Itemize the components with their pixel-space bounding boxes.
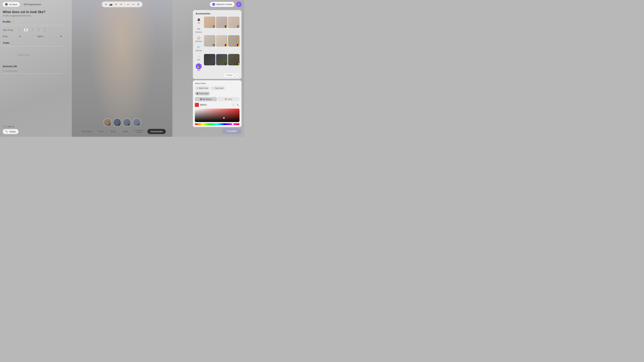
my-texture-tab[interactable]: 🖼 My Texture [195,97,217,101]
main-color-dot [196,87,198,89]
studio-label: Studio [10,130,16,133]
svg-point-0 [19,28,20,29]
color-parts-row-2: Point Color [195,92,240,95]
question-subtitle: Create an appearance for zoi in. [3,14,63,17]
user-avatar[interactable]: C [236,2,242,7]
customize-label-2: Outfits [136,131,142,133]
nail-label: Nail [197,69,200,71]
nail-item-3[interactable]: ⊕ [228,16,240,28]
nail-8-badge: ↩ [224,62,227,65]
age-group-selector[interactable] [18,28,63,32]
age-figure-child[interactable] [18,28,21,31]
redo-tool-icon[interactable]: ↪ [132,2,135,6]
texture-icon: 🖼 [200,98,202,100]
color-picker-panel: Select Parts Main Color Sub Color Point … [193,80,242,127]
preview-thumbnails: 👁 ↩ 👁 👁 [103,118,141,127]
nail-item-7[interactable]: ⊕ [204,54,215,65]
body-next-button[interactable]: ▶ [59,34,63,38]
traits-warning-icon: ! [10,41,13,44]
nail-item-4[interactable]: ⊕ [204,35,215,46]
rotate-tool-icon[interactable]: ⟳ [114,2,118,6]
svg-point-12 [32,28,33,29]
preview-thumb-4[interactable]: 👁 [132,118,141,127]
tab-face[interactable]: Face [96,129,107,134]
sub-color-dot [213,87,214,89]
menu-tool-icon[interactable]: ☰ [136,2,140,6]
age-figure-elder[interactable] [43,28,46,32]
color-tab-label: Color [228,98,232,100]
age-line-1 [21,30,24,30]
gradient-dark-overlay [195,109,240,122]
age-line-4 [40,30,43,30]
hue-slider[interactable] [195,123,240,125]
hair-label: Hair [197,59,200,61]
category-nail[interactable]: 💅 Nail [195,63,202,72]
tab-accessories[interactable]: Accessories [147,129,166,134]
tab-zoi-preset[interactable]: Zoi Preset [78,129,95,134]
close-color-panel-button[interactable]: ✕ [235,73,239,77]
texture-color-tabs: 🖼 My Texture 🎨 Color [195,97,240,101]
tab-outfit[interactable]: Outfit [119,129,131,134]
earrings-icon: 💎 [196,45,201,50]
sub-color-button[interactable]: Sub Color [211,86,225,90]
sub-color-label: Sub Color [215,87,224,89]
svg-point-24 [44,28,45,29]
move-tool-icon[interactable]: ✦ [119,2,123,6]
svg-point-18 [38,28,39,29]
color-tab[interactable]: 🎨 Color [218,97,240,101]
nail-item-2[interactable] [216,16,228,28]
go-back-button[interactable]: ‹ Go Back [3,2,20,7]
preview-thumb-2[interactable]: ↩ [113,118,122,127]
main-color-label: Main Color [199,87,208,89]
category-hair[interactable]: → Hair [195,53,202,61]
cursor-tool-icon[interactable]: ✛ [104,2,108,6]
hex-value-input[interactable] [200,104,231,106]
texture-tab-label: My Texture [202,98,212,100]
select-parts-title: Select Parts [195,82,240,85]
color-picker-handle[interactable] [223,117,225,119]
age-figure-adult[interactable] [31,28,34,31]
nail-item-5[interactable] [216,35,228,46]
desired-life-section: Desired Life In Development [3,65,63,74]
category-earrings[interactable]: 💎 Earrings [195,44,202,52]
preview-thumb-3[interactable]: 👁 [123,118,131,127]
body-prev-button[interactable]: ◀ [18,34,22,38]
color-parts-row: Main Color Sub Color [195,86,240,90]
preview-thumb-1[interactable]: 👁 [103,118,112,127]
category-necklace[interactable]: 📿 Necklace [195,35,202,43]
category-hat[interactable]: 🎩 Hat [195,16,202,24]
thumb-3-badge: 👁 [128,124,130,126]
upload-to-canvas-button[interactable]: ↑ Upload to Canvas [210,2,234,7]
nail-item-6[interactable] [228,35,240,46]
nail-item-8[interactable]: ↩ [216,54,228,65]
customize-label-1: Customize [135,129,144,131]
hex-add-button[interactable]: + [232,103,235,107]
category-eyewear[interactable]: 👓 Eyewear [195,26,202,34]
hair-icon: → [196,54,201,59]
age-figure-older[interactable] [37,28,40,32]
tab-customize-outfits[interactable]: Customize Outfits [132,128,147,135]
studio-button[interactable]: ✏️ Studio [3,129,18,134]
hide-ui-button[interactable]: Hide UI [3,125,14,128]
color-gradient-picker[interactable] [195,109,240,122]
main-color-button[interactable]: Main Color [195,86,210,90]
trait-row: ? Select a trait. [3,49,63,61]
desired-life-value: In Development [3,70,63,74]
undo-tool-icon[interactable]: ↩ [126,2,130,6]
reset-button[interactable]: ⟳ Reset [224,73,234,77]
point-color-button[interactable]: Point Color [195,92,210,95]
nail-item-1[interactable]: ⊕ [204,16,215,28]
age-active-indicator[interactable] [24,28,28,32]
trait-placeholder-button[interactable]: ? [3,49,15,61]
body-type-selector: ◀ Type 2 ▶ [18,34,63,38]
color-icon: 🎨 [225,98,227,100]
nail-9-badge [237,63,239,65]
complete-button[interactable]: Complete [222,128,242,134]
tab-body[interactable]: Body [107,129,119,134]
nail-item-9[interactable] [228,54,240,65]
camera-tool-icon[interactable]: 📷 [109,2,113,6]
body-row: Body ◀ Type 2 ▶ [3,34,63,38]
svg-line-5 [20,30,20,31]
hex-delete-button[interactable]: 🗑 [236,103,240,107]
toolbar-divider [124,3,125,6]
